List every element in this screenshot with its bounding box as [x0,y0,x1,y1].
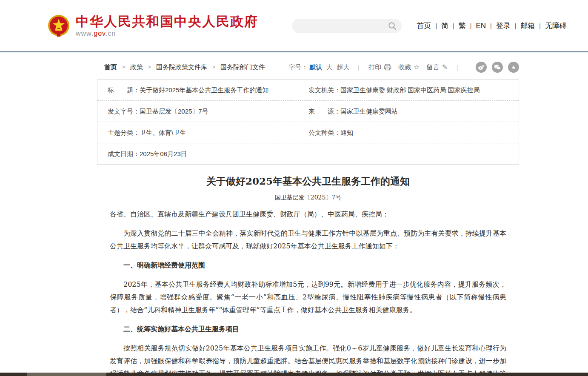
meta-label: 标 题： [108,80,140,100]
meta-row: 主题分类： 卫生、体育\卫生 公文种类： 通知 [97,122,519,143]
page-tools: 字号： 默认 大 超大 | 打印 收藏 ☆ [288,62,519,73]
comment-button[interactable]: 留言 ✎ [427,63,448,71]
crumb-toolbar: 首页 > 政策 > 国务院政策文件库 > 国务院部门文件 字号： 默认 大 超大… [97,62,519,73]
paragraph-salutation: 各省、自治区、直辖市及新疆生产建设兵团卫生健康委、财政厅（局）、中医药局、疾控局… [110,208,506,221]
document-body: 关于做好2025年基本公共卫生服务工作的通知 国卫基层发〔2025〕7号 各省、… [97,175,519,376]
site-url-gov: gov [94,30,106,37]
nav-mail[interactable]: 邮箱 [516,21,539,31]
paragraph: 为深入贯彻党的二十届三中全会精神，落实新时代党的卫生与健康工作方针中以基层为重点… [110,227,506,253]
meta-label: 发文字号： [108,101,140,122]
site-url-cn: .cn [106,30,116,37]
meta-row: 标 题： 关于做好2025年基本公共卫生服务工作的通知 发文机关： 国家卫生健康… [97,80,519,101]
nav-home[interactable]: 首页 [413,21,436,31]
meta-label: 主题分类： [108,122,140,143]
document-title: 关于做好2025年基本公共卫生服务工作的通知 [110,175,506,188]
meta-doc-type: 公文种类： 通知 [308,122,353,143]
paragraph: 按照相关服务规范切实做好2025年基本公共卫生服务项目实施工作。强化0～6岁儿童… [110,342,506,376]
chevron-right-icon: > [148,64,151,70]
meta-row: 发文字号： 国卫基层发〔2025〕7号 来 源： 国家卫生健康委网站 [97,101,519,122]
meta-value: 国卫基层发〔2025〕7号 [140,101,208,122]
meta-title: 标 题： 关于做好2025年基本公共卫生服务工作的通知 [108,80,308,100]
national-emblem-icon [48,14,70,37]
chevron-right-icon: > [212,64,215,70]
document-meta-table: 标 题： 关于做好2025年基本公共卫生服务工作的通知 发文机关： 国家卫生健康… [97,79,519,165]
breadcrumb-home[interactable]: 首页 [104,63,117,71]
site-title: 中华人民共和国中央人民政府 [76,14,258,29]
meta-doc-number: 发文字号： 国卫基层发〔2025〕7号 [108,101,308,122]
fontsize-label: 字号： [288,63,308,71]
toolbar-divider: | [457,64,459,71]
chevron-right-icon: > [122,64,125,70]
star-outline-icon: ☆ [414,64,420,71]
fontsize-default-button[interactable]: 默认 [309,63,322,71]
section-heading-2: 二、统筹实施好基本公共卫生服务项目 [110,323,506,336]
meta-label: 发文机关： [308,80,340,100]
content-area: 首页 > 政策 > 国务院政策文件库 > 国务院部门文件 字号： 默认 大 超大… [97,62,519,376]
breadcrumb-policy-library[interactable]: 国务院政策文件库 [156,63,207,71]
fontsize-xlarge-button[interactable]: 超大 [337,63,349,71]
nav-accessibility[interactable]: 无障碍 [541,21,571,31]
nav-english[interactable]: EN [471,22,490,30]
site-url: www.gov.cn [76,30,258,37]
paragraph: 2025年，基本公共卫生服务经费人均财政补助标准增加5元，达到99元。新增经费用… [110,278,506,316]
page: 中华人民共和国中央人民政府 www.gov.cn 首页| 简| 繁| EN| 登… [0,0,588,376]
meta-value: 关于做好2025年基本公共卫生服务工作的通知 [140,80,268,100]
nav-login[interactable]: 登录 [492,21,515,31]
meta-label: 公文种类： [308,122,340,143]
share-group: ★ [471,62,519,73]
meta-value: 卫生、体育\卫生 [140,122,186,143]
site-logo[interactable]: 中华人民共和国中央人民政府 www.gov.cn [48,14,258,38]
meta-value: 2025年06月23日 [140,143,187,164]
favorite-label: 收藏 [398,63,411,71]
toolbar-divider: | [357,64,359,71]
document-number: 国卫基层发〔2025〕7号 [110,194,506,202]
site-header: 中华人民共和国中央人民政府 www.gov.cn 首页| 简| 繁| EN| 登… [0,0,588,52]
scrollbar-thumb[interactable] [27,373,106,376]
meta-date: 成文日期： 2025年06月23日 [108,143,308,164]
nav-simplified[interactable]: 简 [437,21,453,31]
breadcrumb: 首页 > 政策 > 国务院政策文件库 > 国务院部门文件 [97,63,265,71]
site-url-www: www. [76,30,94,37]
favorites-share-icon[interactable]: ★ [508,62,519,73]
printer-icon [384,64,391,71]
meta-issuing-agency: 发文机关： 国家卫生健康委 财政部 国家中医药局 国家疾控局 [308,80,480,100]
wechat-share-icon[interactable] [492,62,503,73]
comment-label: 留言 [427,63,440,71]
meta-row: 成文日期： 2025年06月23日 [97,143,519,164]
search-input[interactable] [299,19,384,33]
pencil-icon: ✎ [442,64,448,71]
print-label: 打印 [368,63,381,71]
search-box [292,19,402,33]
breadcrumb-department-docs[interactable]: 国务院部门文件 [220,63,265,71]
print-button[interactable]: 打印 [368,63,391,71]
meta-value: 国家卫生健康委网站 [340,101,398,122]
meta-value: 通知 [340,122,353,143]
fontsize-large-button[interactable]: 大 [326,63,332,71]
section-heading-1: 一、明确新增经费使用范围 [110,259,506,272]
meta-source: 来 源： 国家卫生健康委网站 [308,101,398,122]
favorite-button[interactable]: 收藏 ☆ [398,63,420,71]
meta-topic-category: 主题分类： 卫生、体育\卫生 [108,122,308,143]
horizontal-scrollbar[interactable] [0,373,588,376]
top-nav: 首页| 简| 繁| EN| 登录| 邮箱| 无障碍 [413,21,571,31]
meta-value: 国家卫生健康委 财政部 国家中医药局 国家疾控局 [340,80,480,100]
meta-label: 来 源： [308,101,340,122]
breadcrumb-policy[interactable]: 政策 [130,63,143,71]
meta-label: 成文日期： [108,143,140,164]
weibo-share-icon[interactable] [476,62,487,73]
search-icon[interactable] [388,22,397,30]
nav-traditional[interactable]: 繁 [454,21,470,31]
